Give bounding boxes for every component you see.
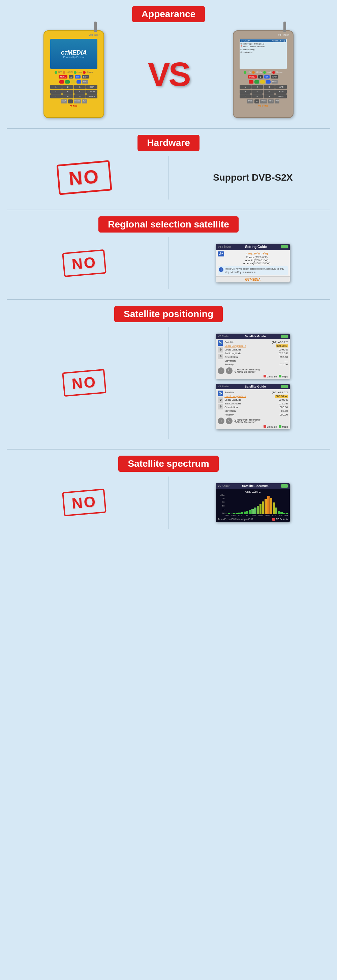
sat-screens: V8 Finder Satellite Guide 📡 ⚙ ⚙	[216, 334, 290, 432]
exit-btn-r: EXIT	[271, 75, 278, 78]
no-stamp-satspec: NO	[62, 488, 107, 517]
bar13	[257, 506, 259, 514]
appearance-header: Appearance	[0, 0, 337, 27]
maps-dot-b	[279, 425, 281, 428]
regional-header: Regional selection satellite	[0, 210, 337, 237]
dpad: ▲	[69, 75, 73, 78]
calc-dot	[264, 375, 266, 377]
spec-footer: Trans Freq=1309 Intensity=-65dB TP Refre…	[216, 517, 290, 522]
sat-s1-icons: 📡 ⚙ ⚙	[218, 340, 223, 359]
num0: 0	[68, 99, 73, 103]
appearance-section: Appearance V8 Finder GTMEDIA Powered by …	[0, 0, 337, 128]
y-label-2: 39	[218, 501, 224, 503]
sat-s2-legend: Calculate Maps	[218, 425, 288, 428]
sat-s1-orientation: Orientation 090.00	[224, 355, 288, 359]
hardware-right: Support DVB-S2X	[169, 156, 337, 199]
sat-spec-title: Satellite spectrum	[118, 456, 218, 472]
sat-s1-battery	[281, 335, 288, 338]
compass1b: ↕	[218, 418, 224, 424]
mute-btn-r: MUTE	[272, 80, 278, 84]
tvr-btn: TVR	[82, 99, 87, 103]
blue-btn	[76, 80, 81, 84]
sat-s1-locallat: Local Latitude 00.00 S	[224, 348, 288, 352]
numpad-left: 1 2 3 BEEP 4 5 6 E.LIGHT 7 8 9 B.LIGHT	[50, 85, 97, 99]
sat-spec-left: NO	[0, 477, 168, 529]
option3: Atlantic(0°W-61°W)	[226, 259, 288, 262]
sat-s1-data: Satellite (1/2) ABS 2/2 Local Longitude …	[224, 340, 288, 366]
tp-label: TP Refresh	[276, 518, 288, 520]
setting-guide-screen: V8 Finder Setting Guide Aᴬ Asia(160°W-73…	[216, 244, 290, 282]
sat-s1-notes: ↕ ↻ "0-Horizontal, ascending" "0-North, …	[218, 368, 288, 374]
nav-buttons-right: MENU ▲ OK EXIT	[248, 75, 278, 78]
x-label-1: 1060	[231, 515, 235, 517]
spec-body: ABS 2/2A C -dBm 20 39 58 77 96	[216, 488, 290, 517]
sat-s2-elevation: Elevation 00.00	[224, 409, 288, 413]
spec-battery	[281, 484, 288, 488]
no-stamp-hardware: NO	[56, 160, 112, 195]
option2: Europe(73°E-0°E)	[226, 256, 288, 259]
bar3	[230, 514, 233, 514]
no-text-regional: NO	[71, 255, 97, 272]
x-label-7: 1970	[272, 515, 277, 517]
bar23	[283, 513, 285, 514]
option1: Asia(160°W-73°E)	[226, 251, 288, 256]
sat-s1-title: Satellite Guide	[245, 335, 266, 338]
sat-spec-cols: NO V8 Finder Satellite Spectrum ABS 2/2A…	[0, 477, 337, 529]
bar21	[278, 511, 280, 514]
setting-footer: GTMEDIA	[216, 276, 290, 282]
num4: 4	[50, 90, 62, 94]
spec-chart-area: -dBm 20 39 58 77 96	[218, 494, 288, 514]
sat-s1-content: 📡 ⚙ ⚙ Satellite (1/2) ABS 2/2 Lo	[218, 340, 288, 366]
sat-icon1b: 📡	[218, 391, 223, 396]
sat-s2-polarity: Polarity 000.00	[224, 413, 288, 417]
setting-options-list: Asia(160°W-73°E) Europe(73°E-0°E) Atlant…	[226, 251, 288, 265]
back-btn: BACK	[60, 99, 67, 103]
no-stamp-satpos: NO	[62, 369, 107, 397]
x-label-5: 1650	[258, 515, 262, 517]
green-btn-r	[254, 80, 259, 84]
info-box: i Press OK Key to select satellite regio…	[218, 266, 288, 275]
y-label-0: -dBm	[218, 494, 224, 496]
spec-footer-text: Trans Freq=1309 Intensity=-65dB	[218, 518, 253, 521]
y-label-5: 96	[218, 512, 224, 514]
bar16	[265, 499, 267, 514]
bar10	[249, 510, 251, 514]
color-buttons-right: MUTE	[249, 80, 278, 84]
sat-icon2: ⚙	[218, 347, 223, 353]
bar19	[273, 503, 275, 514]
sat-pos-header: Satellite positioning	[0, 300, 337, 327]
bar22	[280, 512, 283, 514]
sat-s2-title: Satellite Guide	[245, 385, 266, 388]
option4: America(61°W-160°W)	[226, 262, 288, 265]
spectrum-bars	[225, 494, 288, 514]
numpad-right: 1 2 3 MUTE 4 5 6 BEEP 7 8 9 B.LIGHT	[240, 85, 287, 99]
sat-s1-header: V8 Finder Satellite Guide	[216, 334, 290, 339]
num6: 6	[74, 90, 86, 94]
info-icon: i	[219, 267, 223, 272]
spectrum-screen: V8 Finder Satellite Spectrum ABS 2/2A C …	[216, 483, 290, 522]
ok-btn-r: OK	[264, 75, 270, 78]
y-label-3: 58	[218, 505, 224, 507]
bar15	[262, 501, 264, 514]
led3r	[263, 71, 266, 74]
y-label-1: 20	[218, 497, 224, 500]
regional-title: Regional selection satellite	[99, 216, 238, 232]
exit-btn: EXIT	[82, 75, 89, 78]
compass1: ↕	[218, 368, 224, 374]
device-right: V8 Finder GTMEDIAAntenna Setup ⚙ Motor T…	[233, 30, 294, 118]
regional-section: Regional selection satellite NO V8 Finde…	[0, 210, 337, 299]
led1r	[244, 71, 246, 74]
no-text-hardware: NO	[68, 167, 100, 188]
compass2b: ↻	[226, 418, 232, 424]
tp-dot	[272, 518, 275, 521]
regional-cols: NO V8 Finder Setting Guide Aᴬ Asia(160°W…	[0, 237, 337, 289]
yellow-btn	[71, 80, 75, 84]
num7: 7	[50, 94, 62, 99]
device-left: V8 Finder GTMEDIA Powered by Freesat 12V…	[43, 30, 104, 118]
pause-btn: PAUSE	[74, 99, 81, 103]
bar9	[246, 511, 249, 514]
sat-positioning-section: Satellite positioning NO V8 Finder Satel…	[0, 300, 337, 449]
hardware-header: Hardware	[0, 129, 337, 156]
setting-header-left: V8 Finder	[218, 245, 231, 249]
led3	[74, 71, 76, 74]
